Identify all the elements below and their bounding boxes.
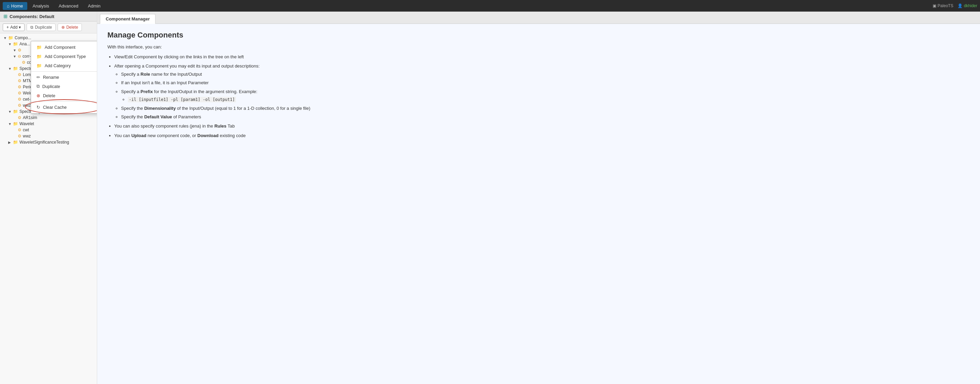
nav-admin[interactable]: Admin <box>84 2 105 10</box>
nav-analysis[interactable]: Analysis <box>29 2 53 10</box>
ctx-folder-icon-2: 📁 <box>37 54 42 59</box>
tree-label-cwt: cwt <box>23 127 29 132</box>
arrow-spectralsig: ▼ <box>8 110 13 113</box>
arrow-wavelet: ▼ <box>8 122 13 126</box>
page-title: Manage Components <box>107 31 970 40</box>
arrow-wwzpsd <box>13 104 18 107</box>
ctx-delete[interactable]: ⊗ Delete <box>31 91 97 100</box>
sub-default-bold: Default Value <box>144 114 172 120</box>
list-item-rules: You can also specify component rules (je… <box>114 122 970 130</box>
list-item-opening: After opening a Component you may edit i… <box>114 62 970 121</box>
list-item-view: View/Edit Component by clicking on the l… <box>114 53 970 61</box>
list-item-view-text: View/Edit Component by clicking on the l… <box>114 54 244 59</box>
sub-dim-text-pre: Specify the <box>121 106 144 111</box>
puzzle-icon-lomb: ⚙ <box>18 72 21 77</box>
ctx-refresh-icon: ↻ <box>37 105 40 110</box>
arrow-icon-corr <box>17 61 22 64</box>
nav-advanced[interactable]: Advanced <box>54 2 83 10</box>
nav-analysis-label: Analysis <box>33 3 49 8</box>
main-content: Component Manager Manage Components With… <box>97 11 980 384</box>
ctx-rename[interactable]: ✏ Rename <box>31 73 97 82</box>
sub-dim-bold: Dimensionality <box>144 106 176 111</box>
delete-button[interactable]: ⊗ Delete <box>57 24 82 31</box>
ctx-duplicate[interactable]: ⧉ Duplicate <box>31 82 97 91</box>
sub-dim-text-rest: of the Input/Output (equal to 1 for a 1-… <box>176 106 310 111</box>
puzzle-icon-ar1sim: ⚙ <box>18 115 21 120</box>
tree-label-wavelet: Wavelet <box>19 121 34 126</box>
puzzle-icon-1: ⚙ <box>18 48 21 53</box>
ctx-pencil-icon: ✏ <box>37 75 40 80</box>
arrow-icon-del: ▼ <box>13 54 18 58</box>
ctx-add-category-label: Add Category <box>45 64 71 68</box>
nav-right: ▣ PaleoTS 👤 dkhider <box>932 3 977 8</box>
puzzle-icon-2: ⊖ <box>18 54 21 59</box>
add-label: Add <box>10 25 18 30</box>
sidebar-title: Components: Default <box>10 14 54 19</box>
ctx-rename-label: Rename <box>43 75 59 80</box>
tree-label-ana: Ana... <box>19 41 30 46</box>
brand-label: PaleoTS <box>938 3 953 8</box>
folder-icon-spectralsig: 📁 <box>13 109 18 114</box>
list-rules-pre: You can also specify component rules (je… <box>114 123 215 129</box>
arrow-spectral: ▼ <box>8 67 13 70</box>
arrow-cwt <box>13 128 18 132</box>
arrow-icon: ▼ <box>3 36 8 40</box>
arrow-cwtpsd <box>13 97 18 101</box>
list-upload-rest: existing code <box>219 133 246 138</box>
brand: ▣ PaleoTS <box>932 3 953 8</box>
tree-item-ar1sim[interactable]: ⚙ AR1sim <box>0 115 97 121</box>
tree-item-waveletsigtesting[interactable]: ▶ 📁 WaveletSignificanceTesting <box>0 139 97 145</box>
arrow-welch <box>13 91 18 95</box>
add-button[interactable]: + Add ▾ <box>3 24 25 31</box>
nav-admin-label: Admin <box>88 3 100 8</box>
sidebar-header: ⊞ Components: Default <box>0 11 97 21</box>
sub-prefix-text-pre: Specify a <box>121 89 140 94</box>
list-rules-rest: Tab <box>226 123 235 129</box>
sub-default-text-rest: of Parameters <box>172 114 201 120</box>
arrow-icon-puzzle1: ▼ <box>13 48 18 52</box>
list-item-opening-text: After opening a Component you may edit i… <box>114 64 259 69</box>
ctx-delete-icon: ⊗ <box>37 93 40 98</box>
duplicate-button[interactable]: ⧉ Duplicate <box>27 24 56 31</box>
tree-item-cwt[interactable]: ⚙ cwt <box>0 127 97 133</box>
nav-advanced-label: Advanced <box>59 3 78 8</box>
nav-left: ⌂ Home Analysis Advanced Admin <box>3 2 105 10</box>
arrow-periodogram <box>13 85 18 89</box>
ctx-add-category[interactable]: 📁 Add Category <box>31 61 97 70</box>
sub-role-text-rest: name for the Input/Output <box>150 72 202 77</box>
arrow-waveletsigtesting: ▶ <box>8 140 13 144</box>
tree-item-wavelet[interactable]: ▼ 📁 Wavelet <box>0 121 97 127</box>
puzzle-icon-wwzpsd: ⚙ <box>18 103 21 108</box>
nav-home[interactable]: ⌂ Home <box>3 2 27 10</box>
content-list: View/Edit Component by clicking on the l… <box>107 53 970 140</box>
ctx-add-component[interactable]: 📁 Add Component <box>31 43 97 52</box>
home-icon: ⌂ <box>7 3 10 8</box>
sub-item-input: If an Input isn't a file, it is an Input… <box>121 79 970 87</box>
sub-role-text-pre: Specify a <box>121 72 140 77</box>
tree-label-ar1sim: AR1sim <box>23 115 37 120</box>
tree-item-wwz[interactable]: ⚙ wwz <box>0 133 97 139</box>
nested-list: Specify a Role name for the Input/Output… <box>114 70 970 121</box>
folder-icon-spectral: 📁 <box>13 66 18 71</box>
folder-icon-waveletsigtesting: 📁 <box>13 140 18 145</box>
puzzle-icon-welch: ⚙ <box>18 91 21 96</box>
ctx-divider-2 <box>31 101 97 102</box>
add-dropdown-icon: ▾ <box>19 25 21 30</box>
sidebar: ⊞ Components: Default + Add ▾ ⧉ Duplicat… <box>0 11 97 384</box>
user-info: 👤 dkhider <box>958 3 977 8</box>
sub-role-bold: Role <box>140 72 150 77</box>
ctx-add-component-type[interactable]: 📁 Add Component Type <box>31 52 97 61</box>
folder-icon-wavelet: 📁 <box>13 121 18 126</box>
content-intro: With this interface, you can: <box>107 44 970 49</box>
sidebar-grid-icon: ⊞ <box>3 14 8 19</box>
list-rules-bold: Rules <box>215 123 226 129</box>
tree-item-compo[interactable]: ▼ 📁 Compo... <box>0 35 97 41</box>
code-example: -il [inputfile1] -pl [param1] -ol [outpu… <box>128 96 970 104</box>
top-navigation: ⌂ Home Analysis Advanced Admin ▣ PaleoTS… <box>0 0 980 11</box>
tab-component-manager[interactable]: Component Manager <box>100 14 156 24</box>
duplicate-label: Duplicate <box>35 25 52 30</box>
nav-home-label: Home <box>11 3 23 8</box>
ctx-clear-cache[interactable]: ↻ Clear Cache <box>31 103 97 112</box>
username-label: dkhider <box>964 3 977 8</box>
ctx-folder-icon-1: 📁 <box>37 45 42 50</box>
